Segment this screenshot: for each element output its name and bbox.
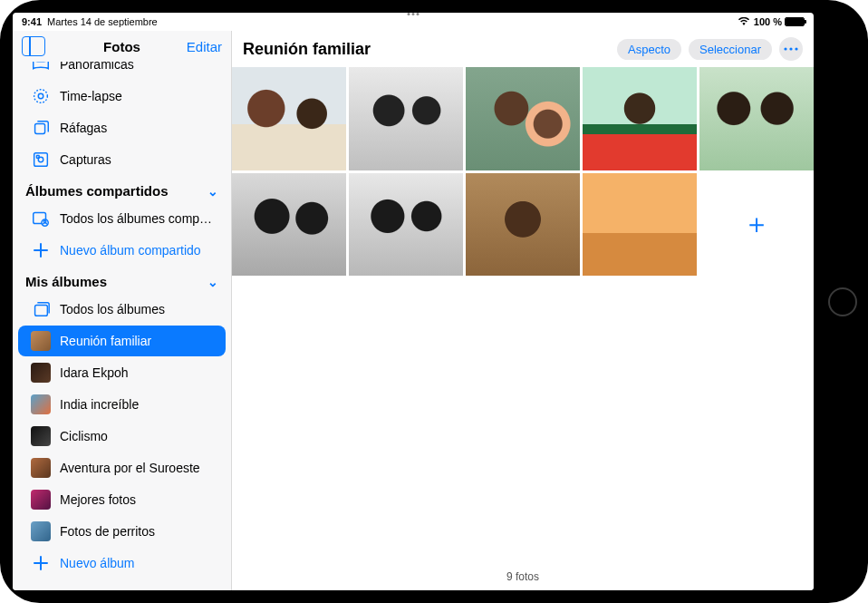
photo-tile[interactable] — [232, 173, 346, 277]
section-label: Mis álbumes — [25, 274, 107, 289]
sidebar-album-item[interactable]: India increíble — [18, 389, 226, 420]
select-button[interactable]: Seleccionar — [689, 39, 772, 60]
photo-tile[interactable] — [466, 173, 580, 277]
album-thumbnail — [31, 331, 51, 351]
chevron-down-icon: ⌄ — [207, 275, 218, 289]
plus-icon: ＋ — [743, 206, 770, 243]
screen: 9:41 Martes 14 de septiembre 100 % Fotos — [13, 13, 814, 590]
sidebar-item-label: Time-lapse — [60, 89, 122, 103]
new-shared-album-button[interactable]: Nuevo álbum compartido — [18, 235, 226, 266]
timelapse-icon — [31, 86, 51, 106]
photo-count-footer: 9 fotos — [232, 563, 814, 590]
sidebar-album-item[interactable]: Aventura por el Suroeste — [18, 452, 226, 483]
photo-tile[interactable] — [699, 67, 814, 170]
svg-point-1 — [38, 93, 43, 99]
sidebar-item-label: Todos los álbumes comp… — [60, 211, 212, 226]
sidebar-item-panorama[interactable]: Panorámicas — [18, 62, 226, 80]
sidebar-album-item[interactable]: Ciclismo — [18, 421, 226, 452]
svg-point-12 — [795, 47, 797, 50]
battery-indicator: 100 % — [754, 16, 805, 27]
sidebar-scroll[interactable]: PanorámicasTime-lapseRáfagasCapturas Álb… — [13, 62, 231, 590]
panorama-icon — [31, 62, 51, 74]
album-thumbnail — [31, 490, 51, 510]
album-thumbnail — [31, 363, 51, 383]
burst-icon — [31, 118, 51, 138]
sidebar-header: Fotos Editar — [13, 31, 231, 62]
album-thumbnail — [31, 458, 51, 478]
main: Reunión familiar Aspecto Seleccionar ＋ 9… — [232, 31, 814, 590]
section-header-my-albums[interactable]: Mis álbumes ⌄ — [13, 267, 231, 293]
sidebar: Fotos Editar PanorámicasTime-lapseRáfaga… — [13, 31, 232, 590]
photo-tile[interactable] — [232, 67, 346, 170]
album-thumbnail — [31, 426, 51, 446]
wifi-icon — [738, 17, 750, 26]
plus-icon — [31, 553, 51, 573]
sidebar-album-item[interactable]: Idara Ekpoh — [18, 357, 226, 388]
sidebar-item-label: Ciclismo — [60, 429, 108, 443]
sidebar-item-burst[interactable]: Ráfagas — [18, 112, 226, 143]
photo-tile[interactable] — [349, 67, 463, 170]
sidebar-item-label: Panorámicas — [60, 62, 134, 72]
svg-point-11 — [789, 47, 792, 50]
sidebar-item-label: Idara Ekpoh — [60, 365, 129, 380]
svg-point-0 — [34, 90, 48, 103]
albums-icon — [31, 299, 51, 319]
svg-rect-2 — [35, 123, 45, 133]
photo-grid: ＋ — [232, 67, 814, 276]
photo-tile[interactable] — [583, 67, 697, 170]
status-bar: 9:41 Martes 14 de septiembre 100 % — [13, 13, 814, 31]
plus-icon — [31, 240, 51, 260]
status-date: Martes 14 de septiembre — [47, 16, 158, 27]
battery-percent: 100 % — [754, 16, 782, 27]
svg-rect-9 — [35, 305, 48, 316]
photo-tile[interactable] — [466, 67, 580, 170]
sidebar-item-label: Ráfagas — [60, 121, 107, 135]
new-album-button[interactable]: Nuevo álbum — [18, 548, 226, 579]
svg-point-10 — [784, 47, 786, 50]
section-header-shared-albums[interactable]: Álbumes compartidos ⌄ — [13, 176, 231, 202]
sidebar-album-item[interactable]: Reunión familiar — [18, 326, 226, 356]
all-albums-item[interactable]: Todos los álbumes — [18, 294, 226, 325]
screenshot-icon — [31, 150, 51, 170]
main-header: Reunión familiar Aspecto Seleccionar — [232, 31, 814, 67]
svg-rect-3 — [34, 153, 48, 167]
ipad-frame: 9:41 Martes 14 de septiembre 100 % Fotos — [0, 0, 868, 603]
sidebar-title: Fotos — [13, 39, 231, 54]
sidebar-item-label: Mejores fotos — [60, 492, 136, 507]
svg-rect-5 — [36, 155, 39, 158]
sidebar-item-label: India increíble — [60, 397, 139, 412]
chevron-down-icon: ⌄ — [207, 184, 218, 199]
new-album-label: Nuevo álbum — [60, 556, 135, 570]
sidebar-item-screenshot[interactable]: Capturas — [18, 144, 226, 175]
album-thumbnail — [31, 521, 51, 541]
status-time: 9:41 — [22, 16, 42, 27]
photo-tile[interactable] — [583, 173, 697, 277]
ellipsis-icon — [784, 47, 798, 51]
section-label: Álbumes compartidos — [25, 183, 169, 199]
more-button[interactable] — [779, 37, 803, 61]
aspect-button[interactable]: Aspecto — [617, 39, 681, 60]
home-button[interactable] — [828, 287, 857, 316]
sidebar-item-label: Reunión familiar — [60, 334, 151, 348]
shared-album-icon — [31, 209, 51, 229]
sidebar-item-label: Fotos de perritos — [60, 524, 155, 539]
sidebar-item-label: Aventura por el Suroeste — [60, 461, 200, 475]
photo-tile[interactable] — [349, 173, 463, 277]
new-shared-album-label: Nuevo álbum compartido — [60, 243, 201, 258]
sidebar-item-all-shared[interactable]: Todos los álbumes comp… — [18, 203, 226, 234]
multitask-handle[interactable] — [408, 13, 420, 15]
sidebar-album-item[interactable]: Fotos de perritos — [18, 516, 226, 547]
sidebar-album-item[interactable]: Mejores fotos — [18, 484, 226, 515]
sidebar-item-label: Capturas — [60, 152, 111, 167]
add-photo-tile[interactable]: ＋ — [699, 173, 814, 277]
all-albums-label: Todos los álbumes — [60, 302, 165, 316]
album-title: Reunión familiar — [243, 40, 610, 59]
album-thumbnail — [31, 394, 51, 414]
sidebar-item-timelapse[interactable]: Time-lapse — [18, 81, 226, 112]
